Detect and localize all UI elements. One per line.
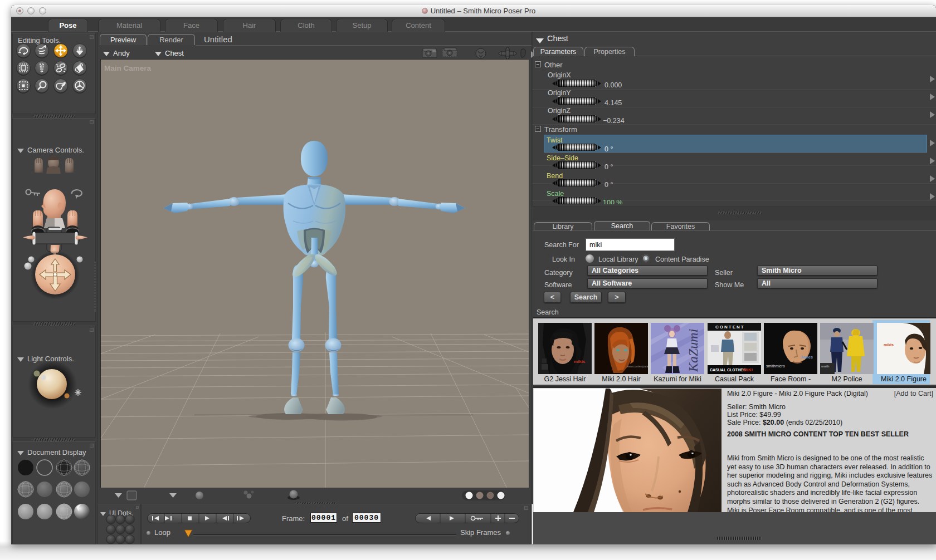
svg-text:James: James (801, 355, 813, 359)
svg-text:MIKI: MIKI (743, 367, 753, 372)
svg-text:KaZumi: KaZumi (686, 329, 700, 372)
svg-text:www.contentparadise: www.contentparadise (627, 365, 648, 368)
svg-text:mikis: mikis (884, 343, 894, 347)
svg-text:CASUAL CLOTHES: CASUAL CLOTHES (710, 368, 746, 372)
svg-text:mikis: mikis (574, 359, 586, 364)
svg-text:CONTENT: CONTENT (715, 325, 745, 330)
svg-text:smith: smith (821, 365, 829, 368)
svg-text:smithmicro: smithmicro (766, 364, 785, 368)
